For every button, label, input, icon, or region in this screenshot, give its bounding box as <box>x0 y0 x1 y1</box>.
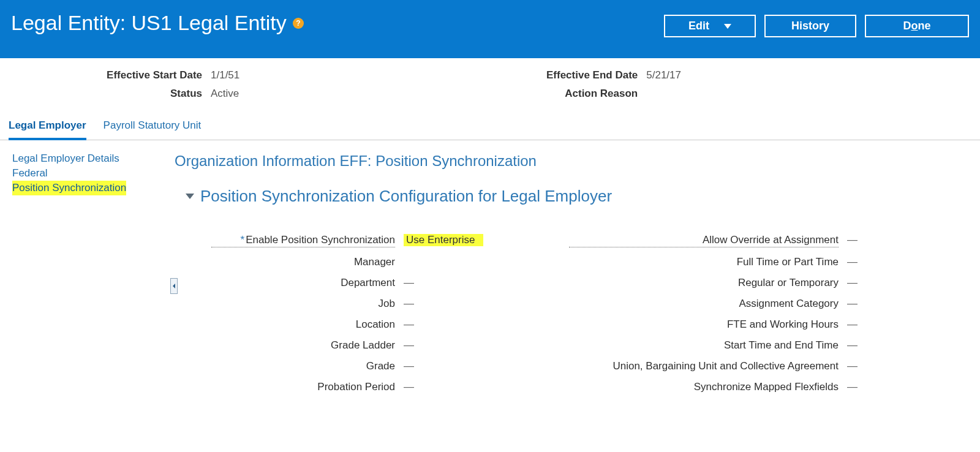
effective-end-date-label: Effective End Date <box>442 69 638 81</box>
enable-position-sync-label: Enable Position Synchronization <box>211 234 395 247</box>
start-end-time-label: Start Time and End Time <box>569 339 839 352</box>
content-body: Legal Employer Details Federal Position … <box>0 140 980 412</box>
status-value: Active <box>211 88 239 100</box>
regular-temporary-value: — <box>847 277 872 289</box>
app-header: Legal Entity: US1 Legal Entity ? Edit Hi… <box>0 0 980 58</box>
fte-working-hours-label: FTE and Working Hours <box>569 318 839 331</box>
disclose-icon[interactable] <box>186 194 194 199</box>
caret-down-icon <box>724 24 731 29</box>
sidenav-position-synchronization[interactable]: Position Synchronization <box>12 181 126 195</box>
effective-start-date-label: Effective Start Date <box>6 69 202 81</box>
job-label: Job <box>211 298 395 310</box>
effective-end-date-value: 5/21/17 <box>646 69 681 81</box>
header-button-group: Edit History Done <box>664 15 969 37</box>
allow-override-label: Allow Override at Assignment <box>569 234 839 247</box>
start-end-time-value: — <box>847 339 872 352</box>
form-right-col: Allow Override at Assignment — Full Time… <box>569 234 872 393</box>
tab-legal-employer[interactable]: Legal Employer <box>9 119 86 140</box>
department-label: Department <box>211 277 395 289</box>
grade-ladder-label: Grade Ladder <box>211 339 395 352</box>
grade-label: Grade <box>211 360 395 372</box>
history-button[interactable]: History <box>764 15 856 37</box>
summary-right-col: Effective End Date 5/21/17 Action Reason <box>442 69 681 100</box>
collapse-splitter[interactable] <box>170 278 178 294</box>
side-nav: Legal Employer Details Federal Position … <box>0 140 162 412</box>
union-bargaining-label: Union, Bargaining Unit and Collective Ag… <box>569 360 839 372</box>
section-title: Position Synchronization Configuration f… <box>200 187 612 206</box>
help-icon[interactable]: ? <box>293 18 304 29</box>
probation-period-label: Probation Period <box>211 381 395 393</box>
edit-button-label: Edit <box>688 20 709 32</box>
history-button-label: History <box>791 20 829 32</box>
summary-info-row: Effective Start Date 1/1/51 Status Activ… <box>0 58 980 105</box>
enable-position-sync-value: Use Enterprise <box>404 234 483 246</box>
form-grid: Enable Position Synchronization Use Ente… <box>211 234 962 393</box>
full-time-part-time-value: — <box>847 256 872 268</box>
sidenav-legal-employer-details[interactable]: Legal Employer Details <box>12 151 119 166</box>
regular-temporary-label: Regular or Temporary <box>569 277 839 289</box>
assignment-category-label: Assignment Category <box>569 298 839 310</box>
action-reason-label: Action Reason <box>442 88 638 100</box>
sync-flexfields-value: — <box>847 381 872 393</box>
job-value: — <box>404 298 483 310</box>
department-value: — <box>404 277 483 289</box>
grade-value: — <box>404 360 483 372</box>
form-left-col: Enable Position Synchronization Use Ente… <box>211 234 483 393</box>
page-title-text: Legal Entity: US1 Legal Entity <box>11 11 287 35</box>
done-button-label: Done <box>903 20 930 32</box>
main-panel: Organization Information EFF: Position S… <box>162 140 980 412</box>
edit-button[interactable]: Edit <box>664 15 756 37</box>
probation-period-value: — <box>404 381 483 393</box>
primary-tabs: Legal Employer Payroll Statutory Unit <box>0 105 980 140</box>
location-label: Location <box>211 318 395 331</box>
assignment-category-value: — <box>847 298 872 310</box>
full-time-part-time-label: Full Time or Part Time <box>569 256 839 268</box>
effective-start-date-value: 1/1/51 <box>211 69 239 81</box>
section-header: Position Synchronization Configuration f… <box>186 187 962 206</box>
page-title: Legal Entity: US1 Legal Entity ? <box>11 11 304 35</box>
tab-payroll-statutory-unit[interactable]: Payroll Statutory Unit <box>104 119 202 140</box>
location-value: — <box>404 318 483 331</box>
done-button[interactable]: Done <box>865 15 969 37</box>
allow-override-value: — <box>847 234 872 246</box>
union-bargaining-value: — <box>847 360 872 372</box>
grade-ladder-value: — <box>404 339 483 352</box>
manager-label: Manager <box>211 256 395 268</box>
summary-left-col: Effective Start Date 1/1/51 Status Activ… <box>6 69 239 100</box>
fte-working-hours-value: — <box>847 318 872 331</box>
sync-flexfields-label: Synchronize Mapped Flexfields <box>569 381 839 393</box>
sidenav-federal[interactable]: Federal <box>12 166 48 181</box>
status-label: Status <box>6 88 202 100</box>
page-subheading: Organization Information EFF: Position S… <box>175 153 962 170</box>
